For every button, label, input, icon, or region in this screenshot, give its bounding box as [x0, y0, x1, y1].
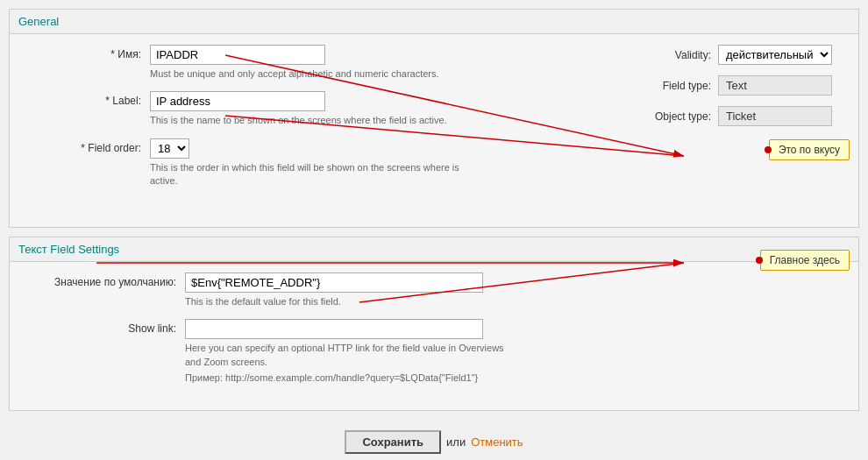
general-title-text: General: [18, 15, 59, 28]
show-link-content: Here you can specify an optional HTTP li…: [185, 319, 841, 385]
show-link-label: Show link:: [27, 319, 185, 335]
default-value-row: Значение по умолчанию: This is the defau…: [27, 272, 841, 308]
field-type-row: Field type: Text: [639, 75, 832, 96]
name-label: * Имя:: [27, 45, 150, 60]
field-order-hint: This is the order in which this field wi…: [150, 161, 483, 188]
show-link-hint2: Пример: http://some.example.com/handle?q…: [185, 372, 518, 385]
object-type-value: Ticket: [718, 106, 832, 126]
general-section-title: General: [10, 10, 858, 34]
name-input[interactable]: [150, 45, 325, 65]
label-hint: This is the name to be shown on the scre…: [150, 114, 483, 127]
or-text: или: [446, 435, 466, 449]
save-button[interactable]: Сохранить: [345, 430, 441, 454]
field-type-label: Field type:: [639, 80, 718, 92]
text-section-title: Текст Field Settings: [10, 237, 858, 262]
text-title-part1: Текст: [18, 243, 47, 256]
label-input[interactable]: [150, 91, 325, 111]
object-type-label: Object type:: [639, 110, 718, 123]
cancel-link[interactable]: Отменить: [471, 435, 523, 449]
default-value-hint: This is the default value for this field…: [185, 295, 518, 308]
show-link-input[interactable]: [185, 319, 483, 339]
text-section-body: Значение по умолчанию: This is the defau…: [10, 262, 858, 410]
field-type-value: Text: [718, 75, 832, 96]
field-order-label: * Field order:: [27, 138, 150, 154]
field-order-select[interactable]: 18: [150, 138, 189, 159]
validity-label: Validity:: [639, 49, 718, 61]
show-link-hint: Here you can specify an optional HTTP li…: [185, 342, 518, 369]
general-section: General * Имя: Must be unique and only a…: [9, 9, 859, 228]
default-value-label: Значение по умолчанию:: [27, 272, 185, 288]
field-order-row: * Field order: 18 This is the order in w…: [27, 138, 841, 188]
text-title-field-settings: Field Settings: [50, 243, 119, 256]
field-order-content: 18 This is the order in which this field…: [150, 138, 841, 188]
footer: Сохранить или Отменить: [9, 420, 859, 460]
label-label: * Label:: [27, 91, 150, 107]
name-hint: Must be unique and only accept alphabeti…: [150, 67, 483, 81]
default-value-input[interactable]: [185, 272, 483, 293]
default-value-content: This is the default value for this field…: [185, 272, 841, 308]
right-fields: Validity: действительный Field type: Tex…: [639, 45, 832, 137]
text-section: Текст Field Settings Значение по умолчан…: [9, 237, 859, 411]
object-type-row: Object type: Ticket: [639, 106, 832, 126]
validity-row: Validity: действительный: [639, 45, 832, 65]
validity-select[interactable]: действительный: [718, 45, 832, 65]
show-link-row: Show link: Here you can specify an optio…: [27, 319, 841, 385]
